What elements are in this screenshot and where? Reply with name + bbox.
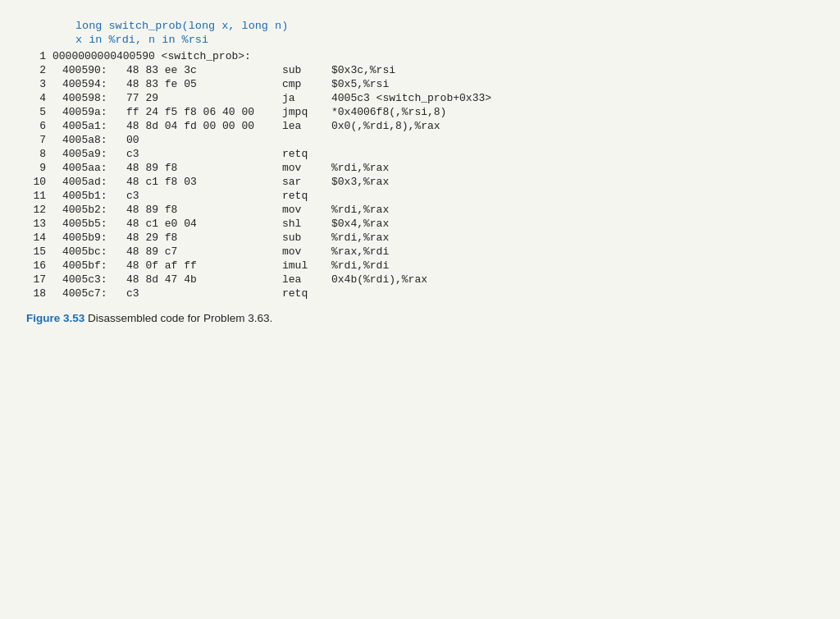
code-header-line1: long switch_prob(long x, long n) (26, 20, 814, 32)
table-row: 124005b2:48 89 f8mov%rdi,%rax (26, 203, 814, 217)
figure-label: Figure 3.53 (26, 312, 84, 324)
address: 4005a9: (49, 147, 123, 161)
byte-sequence: 77 29 (123, 91, 279, 105)
line-number: 4 (26, 91, 49, 105)
operands (328, 287, 814, 300)
operands: *0x4006f8(,%rsi,8) (328, 105, 814, 119)
address: 4005b9: (49, 231, 123, 245)
address: 400594: (49, 77, 123, 91)
table-row: 2400590:48 83 ee 3csub$0x3c,%rsi (26, 63, 814, 77)
mnemonic: lea (279, 273, 328, 287)
address: 4005a1: (49, 119, 123, 133)
line-number: 15 (26, 245, 49, 259)
byte-sequence: c3 (123, 147, 279, 161)
operands: 4005c3 <switch_prob+0x33> (328, 91, 814, 105)
byte-sequence: 48 0f af ff (123, 259, 279, 273)
mnemonic: ja (279, 91, 328, 105)
table-row: 64005a1:48 8d 04 fd 00 00 00lea0x0(,%rdi… (26, 119, 814, 133)
mnemonic: cmp (279, 77, 328, 91)
line-number: 8 (26, 147, 49, 161)
byte-sequence: 48 29 f8 (123, 231, 279, 245)
mnemonic: mov (279, 161, 328, 175)
operands: %rdi,%rdi (328, 259, 814, 273)
line-number: 9 (26, 161, 49, 175)
mnemonic: sub (279, 63, 328, 77)
line-number: 14 (26, 231, 49, 245)
function-signature: long switch_prob(long x, long n) (75, 20, 288, 32)
address: 4005ad: (49, 175, 123, 189)
line-number: 12 (26, 203, 49, 217)
table-row: 164005bf:48 0f af ffimul%rdi,%rdi (26, 259, 814, 273)
byte-sequence: 48 83 ee 3c (123, 63, 279, 77)
line-number: 5 (26, 105, 49, 119)
address: 4005c3: (49, 273, 123, 287)
table-row: 144005b9:48 29 f8sub%rdi,%rax (26, 231, 814, 245)
table-row: 104005ad:48 c1 f8 03sar$0x3,%rax (26, 175, 814, 189)
line-number: 13 (26, 217, 49, 231)
byte-sequence: 48 89 f8 (123, 161, 279, 175)
byte-sequence: 48 89 c7 (123, 245, 279, 259)
func-label: 0000000000400590 <switch_prob>: (49, 49, 814, 63)
mnemonic: sub (279, 231, 328, 245)
byte-sequence: ff 24 f5 f8 06 40 00 (123, 105, 279, 119)
line-number: 3 (26, 77, 49, 91)
line-number: 18 (26, 287, 49, 300)
register-comment: x in %rdi, n in %rsi (75, 34, 208, 46)
mnemonic: mov (279, 203, 328, 217)
operands: 0x0(,%rdi,8),%rax (328, 119, 814, 133)
mnemonic: mov (279, 245, 328, 259)
code-header-line2: x in %rdi, n in %rsi (26, 34, 814, 46)
address: 4005b5: (49, 217, 123, 231)
table-row: 174005c3:48 8d 47 4blea0x4b(%rdi),%rax (26, 273, 814, 287)
table-row: 3400594:48 83 fe 05cmp$0x5,%rsi (26, 77, 814, 91)
mnemonic: retq (279, 287, 328, 300)
line-number: 6 (26, 119, 49, 133)
mnemonic: shl (279, 217, 328, 231)
address: 400590: (49, 63, 123, 77)
operands: $0x4,%rax (328, 217, 814, 231)
operands: $0x3,%rax (328, 175, 814, 189)
line-number: 1 (26, 49, 49, 63)
line-number: 17 (26, 273, 49, 287)
line-number: 16 (26, 259, 49, 273)
operands (328, 133, 814, 147)
address: 40059a: (49, 105, 123, 119)
table-row: 540059a:ff 24 f5 f8 06 40 00jmpq*0x4006f… (26, 105, 814, 119)
mnemonic: retq (279, 147, 328, 161)
mnemonic: retq (279, 189, 328, 203)
operands: %rdi,%rax (328, 231, 814, 245)
table-row: 114005b1:c3retq (26, 189, 814, 203)
address: 4005a8: (49, 133, 123, 147)
operands (328, 189, 814, 203)
line-number: 7 (26, 133, 49, 147)
address: 4005aa: (49, 161, 123, 175)
operands (328, 147, 814, 161)
operands: $0x3c,%rsi (328, 63, 814, 77)
byte-sequence: 48 83 fe 05 (123, 77, 279, 91)
address: 4005bc: (49, 245, 123, 259)
byte-sequence: 48 89 f8 (123, 203, 279, 217)
table-row: 184005c7:c3retq (26, 287, 814, 300)
figure-text: Disassembled code for Problem 3.63. (88, 312, 272, 324)
table-row: 74005a8:00 (26, 133, 814, 147)
byte-sequence: 48 c1 e0 04 (123, 217, 279, 231)
address: 4005c7: (49, 287, 123, 300)
operands: %rax,%rdi (328, 245, 814, 259)
line-number: 11 (26, 189, 49, 203)
mnemonic: imul (279, 259, 328, 273)
table-row: 84005a9:c3retq (26, 147, 814, 161)
address: 4005b2: (49, 203, 123, 217)
operands: $0x5,%rsi (328, 77, 814, 91)
address: 4005b1: (49, 189, 123, 203)
byte-sequence: 48 c1 f8 03 (123, 175, 279, 189)
byte-sequence: 48 8d 04 fd 00 00 00 (123, 119, 279, 133)
line-number: 10 (26, 175, 49, 189)
table-row: 134005b5:48 c1 e0 04shl$0x4,%rax (26, 217, 814, 231)
byte-sequence: c3 (123, 189, 279, 203)
address: 400598: (49, 91, 123, 105)
operands: %rdi,%rax (328, 203, 814, 217)
byte-sequence: c3 (123, 287, 279, 300)
line-number: 2 (26, 63, 49, 77)
mnemonic: jmpq (279, 105, 328, 119)
table-row: 4400598:77 29ja4005c3 <switch_prob+0x33> (26, 91, 814, 105)
